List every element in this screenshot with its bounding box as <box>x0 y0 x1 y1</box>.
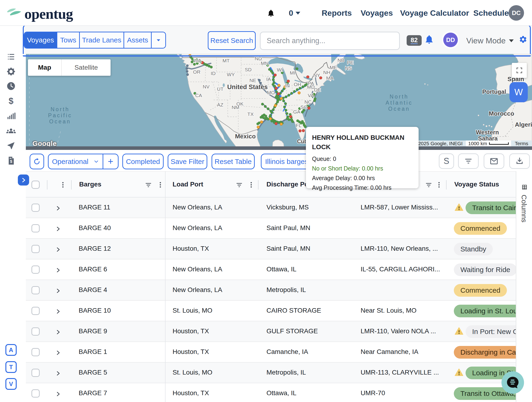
svg-text:Ocean: Ocean <box>388 106 410 112</box>
svg-text:MI: MI <box>290 70 295 75</box>
svg-text:NC: NC <box>304 99 311 105</box>
svg-text:OR: OR <box>193 69 201 74</box>
svg-text:GA: GA <box>293 109 300 114</box>
svg-text:Morocco: Morocco <box>489 110 514 117</box>
svg-text:NS: NS <box>345 65 352 71</box>
svg-text:TX: TX <box>247 111 254 117</box>
svg-text:United States: United States <box>227 83 268 91</box>
svg-text:FL: FL <box>296 123 302 128</box>
svg-text:Mexico: Mexico <box>235 133 256 140</box>
svg-text:WY: WY <box>227 72 235 77</box>
svg-text:SD: SD <box>245 67 251 72</box>
svg-text:UT: UT <box>217 86 223 92</box>
svg-text:Western: Western <box>476 129 499 136</box>
svg-text:MO: MO <box>267 90 275 95</box>
svg-text:MA: MA <box>326 75 334 81</box>
svg-text:IA: IA <box>266 76 271 82</box>
svg-text:NE: NE <box>249 78 256 83</box>
svg-text:MN: MN <box>261 61 269 66</box>
svg-text:Pacific: Pacific <box>48 112 72 118</box>
svg-text:VA: VA <box>308 93 314 98</box>
svg-text:NH: NH <box>323 70 330 75</box>
svg-text:Ocean: Ocean <box>49 118 71 124</box>
svg-text:OK: OK <box>236 101 243 106</box>
svg-text:MD: MD <box>307 84 315 90</box>
svg-text:PE: PE <box>347 60 354 65</box>
svg-text:$: $ <box>10 160 12 163</box>
svg-text:DE: DE <box>314 87 321 93</box>
svg-text:North: North <box>389 93 409 100</box>
svg-text:AZ: AZ <box>217 102 223 107</box>
svg-text:NV: NV <box>203 84 209 89</box>
svg-text:MT: MT <box>222 58 230 63</box>
svg-text:ID: ID <box>211 71 216 76</box>
svg-text:Atlantic: Atlantic <box>386 100 412 106</box>
svg-text:CA: CA <box>195 93 202 98</box>
svg-text:SC: SC <box>300 104 307 110</box>
svg-text:NB: NB <box>337 57 344 63</box>
svg-text:ME: ME <box>330 65 337 70</box>
svg-text:Portugal: Portugal <box>482 88 506 95</box>
svg-text:IN: IN <box>285 83 290 88</box>
svg-text:OH: OH <box>294 82 301 87</box>
svg-text:WI: WI <box>277 67 283 73</box>
svg-text:$: $ <box>9 96 13 106</box>
svg-text:WA: WA <box>193 58 201 63</box>
svg-text:Algeria: Algeria <box>515 121 532 128</box>
svg-text:NY: NY <box>313 73 320 78</box>
svg-text:North: North <box>51 106 70 112</box>
